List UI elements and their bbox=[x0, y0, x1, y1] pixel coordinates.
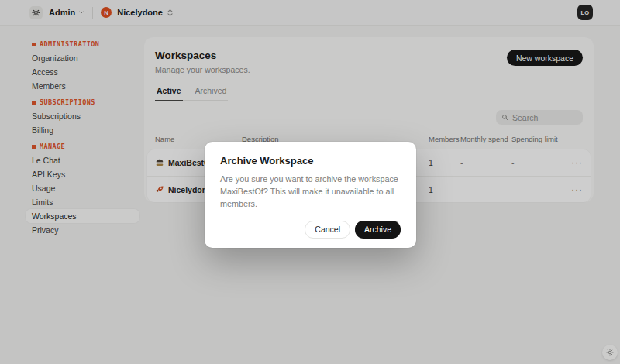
archive-button[interactable]: Archive bbox=[355, 221, 401, 239]
modal-body: Are you sure you want to archive the wor… bbox=[220, 173, 401, 211]
cancel-button[interactable]: Cancel bbox=[305, 221, 350, 239]
archive-workspace-modal: Archive Workspace Are you sure you want … bbox=[205, 142, 416, 248]
modal-title: Archive Workspace bbox=[220, 155, 401, 167]
